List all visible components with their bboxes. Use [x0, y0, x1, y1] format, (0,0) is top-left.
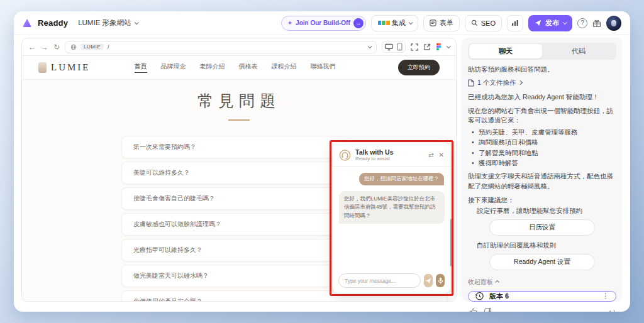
- analytics-button[interactable]: [507, 15, 523, 31]
- voice-input-button[interactable]: [436, 274, 445, 287]
- nav-item-contact[interactable]: 聯絡我們: [311, 62, 336, 73]
- topbar-actions: ✦ Join Our Build-Off → 集成 表单: [281, 15, 621, 31]
- file-operations-label: 1 个文件操作: [477, 79, 516, 87]
- chat-widget-header: Talk with Us Ready to assist ⇄ ✕: [333, 143, 450, 167]
- thumbs-down-icon[interactable]: [484, 307, 492, 312]
- chevron-down-icon: [134, 20, 138, 25]
- preview-scrollbar[interactable]: [450, 219, 453, 266]
- feedback-row: ↩: [469, 307, 615, 312]
- publish-button[interactable]: 发布: [528, 15, 572, 31]
- version-card[interactable]: 版本 6 ⋮: [468, 291, 616, 302]
- url-bar[interactable]: LUMIE /: [65, 41, 377, 53]
- paper-plane-icon: [535, 19, 541, 26]
- nav-item-home[interactable]: 首頁: [135, 62, 147, 73]
- fullscreen-button[interactable]: [411, 43, 418, 51]
- chat-widget-subtitle: Ready to assist: [355, 156, 393, 162]
- arrow-right-icon: →: [353, 18, 364, 28]
- microphone-icon: [438, 277, 443, 285]
- version-label: 版本 6: [489, 292, 509, 301]
- site-header: LUMIE 首頁 品牌理念 老師介紹 價格表 課程介紹 聯絡我們 立即預約: [22, 56, 456, 80]
- calendar-suggestion-text: 設定行事曆，讓助理能幫您安排預約: [468, 206, 616, 216]
- bot-message-bubble: 您好，我們LUMIE美容沙龍位於台北市信義區市府路45號，需要我幫您預約訪問時間…: [339, 191, 445, 224]
- url-path: /: [108, 44, 109, 50]
- form-label: 表单: [440, 18, 453, 28]
- desktop-view-button[interactable]: [385, 43, 393, 51]
- close-icon[interactable]: ✕: [439, 151, 444, 158]
- main-area: ← → ↻ LUMIE /: [14, 35, 630, 312]
- headset-icon: [339, 150, 351, 161]
- next-steps-text: 接下來建議您：: [468, 195, 616, 205]
- back-button[interactable]: ←: [28, 43, 36, 52]
- chat-message-input[interactable]: [338, 273, 421, 288]
- site-preview-panel: ← → ↻ LUMIE /: [21, 38, 457, 302]
- tab-chat[interactable]: 聊天: [469, 44, 542, 58]
- capability-item: 獲得即時解答: [472, 158, 616, 168]
- calendar-settings-button[interactable]: 日历设置: [489, 219, 595, 236]
- agent-suggestion-text: 自訂助理的回覆風格和規則: [468, 241, 616, 251]
- site-logo[interactable]: LUMIE: [38, 62, 91, 73]
- agent-settings-button[interactable]: Readdy Agent 设置: [489, 254, 595, 270]
- bar-chart-icon: [511, 19, 519, 26]
- integration-logos-icon: [377, 20, 389, 26]
- chevron-up-icon: [495, 280, 499, 285]
- build-off-button[interactable]: ✦ Join Our Build-Off →: [281, 16, 366, 31]
- user-avatar[interactable]: [606, 16, 621, 31]
- search-icon: [471, 19, 478, 26]
- help-button[interactable]: ?: [577, 18, 587, 28]
- user-message-bubble: 您好，想請問店家地址在哪裡？: [359, 173, 444, 185]
- app-window: Readdy LUMIE 形象網站 ✦ Join Our Build-Off →…: [14, 11, 630, 312]
- site-viewport: LUMIE 首頁 品牌理念 老師介紹 價格表 課程介紹 聯絡我們 立即預約: [22, 56, 456, 301]
- history-icon: [475, 292, 484, 301]
- chevron-down-icon: [563, 20, 567, 25]
- success-text: 已經成功為您加入 Readdy Agent 智能助理！: [468, 92, 616, 102]
- chevron-down-icon: [368, 44, 372, 48]
- style-note-text: 助理支援文字聊天和語音通話兩種方式，配色也搭配了您網站的輕奢極簡風格。: [468, 172, 616, 192]
- collapse-panel-label: 收起面板: [468, 278, 493, 287]
- browser-toolbar: ← → ↻ LUMIE /: [22, 38, 456, 56]
- kebab-menu-icon[interactable]: ⋮: [602, 292, 609, 300]
- project-name: LUMIE 形象網站: [78, 18, 131, 28]
- seo-label: SEO: [481, 19, 496, 27]
- book-now-button[interactable]: 立即預約: [398, 60, 440, 75]
- tab-code[interactable]: 代码: [542, 44, 615, 58]
- capability-item: 詢問服務項目和價格: [472, 137, 616, 147]
- send-message-button[interactable]: [424, 274, 433, 287]
- thumbs-up-icon[interactable]: [469, 307, 477, 312]
- nav-item-pricing[interactable]: 價格表: [239, 62, 258, 73]
- chat-widget: Talk with Us Ready to assist ⇄ ✕ 您好，想請問店…: [333, 143, 450, 293]
- capability-item: 了解營業時間和地點: [472, 148, 616, 158]
- file-operations-link[interactable]: 1 个文件操作: [468, 79, 616, 87]
- desktop-background: Readdy LUMIE 形象網站 ✦ Join Our Build-Off →…: [0, 0, 644, 323]
- mobile-view-button[interactable]: [397, 43, 402, 51]
- assistant-intro-text: 助訪客預約服務和回答問題。: [468, 65, 616, 75]
- form-button[interactable]: 表单: [423, 15, 460, 31]
- capability-list: 預約美睫、美甲、皮膚管理等服務 詢問服務項目和價格 了解營業時間和地點 獲得即時…: [472, 127, 616, 168]
- chat-widget-title: Talk with Us: [355, 148, 393, 156]
- forward-button[interactable]: →: [41, 43, 48, 52]
- seo-button[interactable]: SEO: [465, 15, 502, 31]
- refresh-chat-icon[interactable]: ⇄: [428, 151, 433, 158]
- device-toggle-group: [382, 41, 406, 53]
- chat-input-row: [333, 268, 450, 293]
- faq-heading-rule: [228, 119, 250, 121]
- integrations-button[interactable]: 集成: [371, 15, 418, 31]
- faq-heading: 常見問題: [22, 90, 456, 111]
- nav-item-brand[interactable]: 品牌理念: [161, 62, 186, 73]
- open-external-button[interactable]: [423, 43, 431, 51]
- site-logo-text: LUMIE: [51, 62, 91, 73]
- chevron-down-icon: [447, 44, 451, 48]
- figma-export-button[interactable]: [436, 43, 441, 51]
- top-bar: Readdy LUMIE 形象網站 ✦ Join Our Build-Off →…: [14, 11, 630, 35]
- nav-item-teachers[interactable]: 老師介紹: [200, 62, 225, 73]
- brand-name: Readdy: [38, 18, 68, 28]
- integrations-label: 集成: [392, 18, 406, 28]
- chevron-down-icon: [408, 20, 413, 25]
- undo-icon[interactable]: ↩: [609, 307, 615, 312]
- refresh-button[interactable]: ↻: [53, 43, 60, 52]
- chat-widget-titles: Talk with Us Ready to assist: [355, 148, 393, 162]
- nav-item-courses[interactable]: 課程介紹: [272, 62, 297, 73]
- collapse-panel-button[interactable]: 收起面板: [468, 278, 616, 287]
- gift-button[interactable]: [592, 19, 601, 28]
- project-switcher[interactable]: LUMIE 形象網站: [78, 18, 137, 28]
- figma-icon: [436, 43, 441, 51]
